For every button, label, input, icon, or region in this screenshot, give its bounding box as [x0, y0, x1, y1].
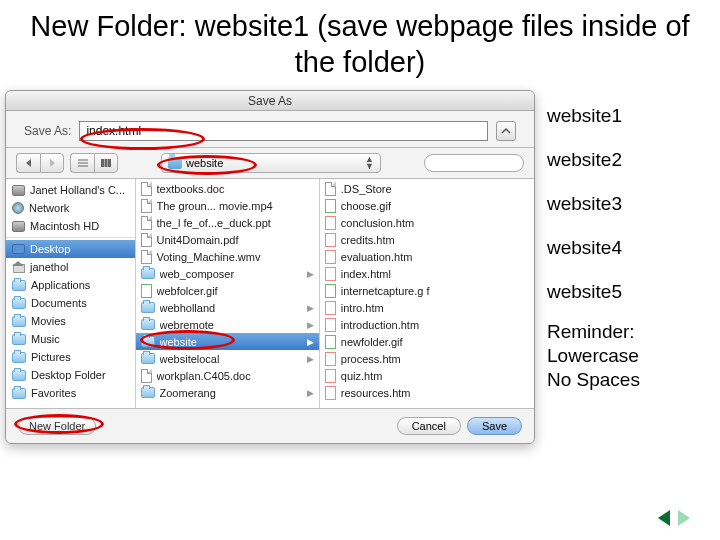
save-button[interactable]: Save: [467, 417, 522, 435]
htm-icon: [325, 386, 336, 400]
chevron-right-icon: ▶: [307, 269, 314, 279]
save-as-label: Save As:: [24, 124, 71, 138]
file-item-label: intro.htm: [341, 302, 529, 314]
sidebar: Janet Holland's C...NetworkMacintosh HD …: [6, 179, 136, 408]
file-item-label: choose.gif: [341, 200, 529, 212]
location-popup[interactable]: website ▲▼: [161, 153, 381, 173]
toolbar: website ▲▼: [6, 148, 534, 179]
file-item-label: website: [160, 336, 302, 348]
file-item[interactable]: process.htm: [320, 350, 534, 367]
gif-icon: [325, 199, 336, 213]
sidebar-item-label: Desktop: [30, 243, 70, 255]
htm-icon: [325, 267, 336, 281]
list-item: website2: [547, 149, 622, 171]
triangle-left-icon: [25, 159, 33, 167]
sidebar-item[interactable]: Favorites: [6, 384, 135, 402]
file-item[interactable]: The groun... movie.mp4: [136, 197, 319, 214]
file-item[interactable]: the_l fe_of...e_duck.ppt: [136, 214, 319, 231]
home-icon: [12, 261, 25, 273]
sidebar-item[interactable]: Desktop Folder: [6, 366, 135, 384]
prev-slide-button[interactable]: [658, 510, 670, 526]
sidebar-item-label: Pictures: [31, 351, 71, 363]
sidebar-item[interactable]: Movies: [6, 312, 135, 330]
fold-icon: [12, 298, 26, 309]
fold-icon: [12, 316, 26, 327]
file-item-label: quiz.htm: [341, 370, 529, 382]
file-item-label: webfolcer.gif: [157, 285, 314, 297]
file-item[interactable]: Zoomerang▶: [136, 384, 319, 401]
fold-icon: [141, 302, 155, 313]
file-item[interactable]: webremote▶: [136, 316, 319, 333]
list-view-button[interactable]: [70, 153, 94, 173]
sidebar-item[interactable]: Documents: [6, 294, 135, 312]
file-item[interactable]: Voting_Machine.wmv: [136, 248, 319, 265]
sidebar-item-label: janethol: [30, 261, 69, 273]
fold-icon: [141, 268, 155, 279]
file-item[interactable]: index.html: [320, 265, 534, 282]
file-item-label: .DS_Store: [341, 183, 529, 195]
slide-title: New Folder: website1 (save webpage files…: [0, 0, 720, 91]
back-button[interactable]: [16, 153, 40, 173]
cancel-button[interactable]: Cancel: [397, 417, 461, 435]
file-item[interactable]: textbooks.doc: [136, 180, 319, 197]
sidebar-item[interactable]: Applications: [6, 276, 135, 294]
forward-button[interactable]: [40, 153, 64, 173]
hd-icon: [12, 185, 25, 196]
hd-icon: [12, 221, 25, 232]
reminder-line: Reminder:: [547, 320, 640, 344]
htm-icon: [325, 369, 336, 383]
file-item[interactable]: webholland▶: [136, 299, 319, 316]
file-item-label: evaluation.htm: [341, 251, 529, 263]
file-item-label: index.html: [341, 268, 529, 280]
sidebar-item[interactable]: Janet Holland's C...: [6, 181, 135, 199]
fold-icon: [141, 319, 155, 330]
fold-icon: [12, 388, 26, 399]
file-item-label: webholland: [160, 302, 302, 314]
file-item-label: resources.htm: [341, 387, 529, 399]
save-as-input[interactable]: [79, 121, 488, 141]
gif-icon: [141, 284, 152, 298]
file-item[interactable]: resources.htm: [320, 384, 534, 401]
search-field[interactable]: [424, 154, 524, 172]
sidebar-item[interactable]: Pictures: [6, 348, 135, 366]
file-item[interactable]: newfolder.gif: [320, 333, 534, 350]
file-item-label: Zoomerang: [160, 387, 302, 399]
sidebar-item-label: Macintosh HD: [30, 220, 99, 232]
file-item[interactable]: introduction.htm: [320, 316, 534, 333]
file-item[interactable]: intro.htm: [320, 299, 534, 316]
file-item-label: internetcapture.g f: [341, 285, 529, 297]
chevron-right-icon: ▶: [307, 320, 314, 330]
file-item[interactable]: websitelocal▶: [136, 350, 319, 367]
file-item[interactable]: internetcapture.g f: [320, 282, 534, 299]
file-item[interactable]: website▶: [136, 333, 319, 350]
sidebar-item-label: Applications: [31, 279, 90, 291]
sidebar-item[interactable]: janethol: [6, 258, 135, 276]
chevron-right-icon: ▶: [307, 388, 314, 398]
sidebar-item-label: Movies: [31, 315, 66, 327]
file-item[interactable]: webfolcer.gif: [136, 282, 319, 299]
reminder-line: No Spaces: [547, 368, 640, 392]
column-3: .DS_Storechoose.gifconclusion.htmcredits…: [320, 179, 534, 408]
dialog-titlebar: Save As: [6, 91, 534, 111]
file-item[interactable]: web_composer▶: [136, 265, 319, 282]
file-item[interactable]: credits.htm: [320, 231, 534, 248]
file-item-label: process.htm: [341, 353, 529, 365]
file-item[interactable]: .DS_Store: [320, 180, 534, 197]
file-item[interactable]: choose.gif: [320, 197, 534, 214]
file-item-label: workplan.C405.doc: [157, 370, 314, 382]
doc-icon: [141, 216, 152, 230]
sidebar-item[interactable]: Desktop: [6, 240, 135, 258]
file-item[interactable]: evaluation.htm: [320, 248, 534, 265]
file-item[interactable]: conclusion.htm: [320, 214, 534, 231]
next-slide-button[interactable]: [678, 510, 690, 526]
file-item[interactable]: Unit4Domain.pdf: [136, 231, 319, 248]
sidebar-item[interactable]: Network: [6, 199, 135, 217]
sidebar-item[interactable]: Music: [6, 330, 135, 348]
file-item[interactable]: workplan.C405.doc: [136, 367, 319, 384]
new-folder-button[interactable]: New Folder: [18, 417, 96, 435]
column-view-button[interactable]: [94, 153, 118, 173]
sidebar-item[interactable]: Macintosh HD: [6, 217, 135, 235]
file-item[interactable]: quiz.htm: [320, 367, 534, 384]
chevron-up-icon: [501, 126, 511, 136]
disclosure-button[interactable]: [496, 121, 516, 141]
